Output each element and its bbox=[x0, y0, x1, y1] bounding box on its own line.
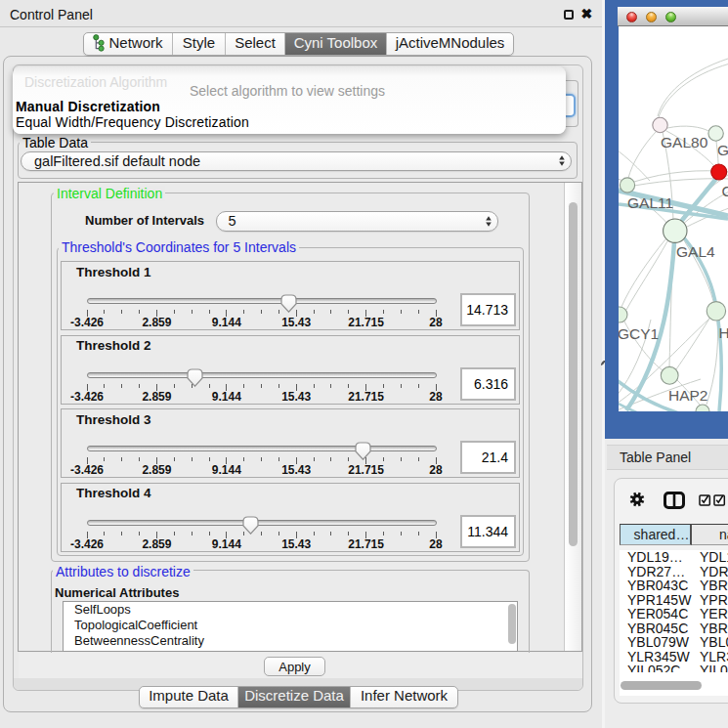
svg-text:2.859: 2.859 bbox=[142, 463, 171, 477]
svg-text:28: 28 bbox=[429, 463, 443, 477]
svg-text:15.43: 15.43 bbox=[281, 316, 311, 329]
svg-text:15.43: 15.43 bbox=[281, 389, 311, 403]
svg-text:GCY1: GCY1 bbox=[619, 325, 659, 342]
svg-text:HAP2: HAP2 bbox=[668, 387, 708, 404]
svg-text:9.144: 9.144 bbox=[212, 463, 241, 477]
svg-text:GAL11: GAL11 bbox=[627, 194, 673, 211]
svg-text:2.859: 2.859 bbox=[142, 316, 171, 329]
svg-text:9.144: 9.144 bbox=[212, 389, 241, 403]
svg-text:GAL: GAL bbox=[717, 142, 728, 158]
svg-text:9.144: 9.144 bbox=[212, 536, 241, 550]
svg-text:15.43: 15.43 bbox=[281, 463, 311, 477]
svg-text:15.43: 15.43 bbox=[281, 536, 311, 550]
svg-text:21.715: 21.715 bbox=[348, 389, 384, 403]
svg-text:GAL4: GAL4 bbox=[676, 243, 715, 260]
svg-text:21.715: 21.715 bbox=[348, 536, 384, 550]
svg-text:-3.426: -3.426 bbox=[70, 463, 104, 477]
svg-text:28: 28 bbox=[429, 316, 443, 329]
svg-text:C: C bbox=[722, 183, 728, 199]
svg-text:21.715: 21.715 bbox=[348, 316, 384, 329]
svg-text:2.859: 2.859 bbox=[142, 389, 171, 403]
svg-text:28: 28 bbox=[429, 389, 443, 403]
svg-text:GAL80: GAL80 bbox=[661, 134, 708, 150]
svg-text:H: H bbox=[719, 324, 728, 341]
svg-text:28: 28 bbox=[429, 536, 443, 550]
svg-text:-3.426: -3.426 bbox=[70, 389, 104, 403]
svg-text:21.715: 21.715 bbox=[348, 463, 384, 477]
svg-text:-3.426: -3.426 bbox=[70, 536, 104, 550]
svg-text:9.144: 9.144 bbox=[212, 316, 241, 329]
svg-text:-3.426: -3.426 bbox=[70, 316, 104, 329]
svg-text:2.859: 2.859 bbox=[142, 536, 171, 550]
